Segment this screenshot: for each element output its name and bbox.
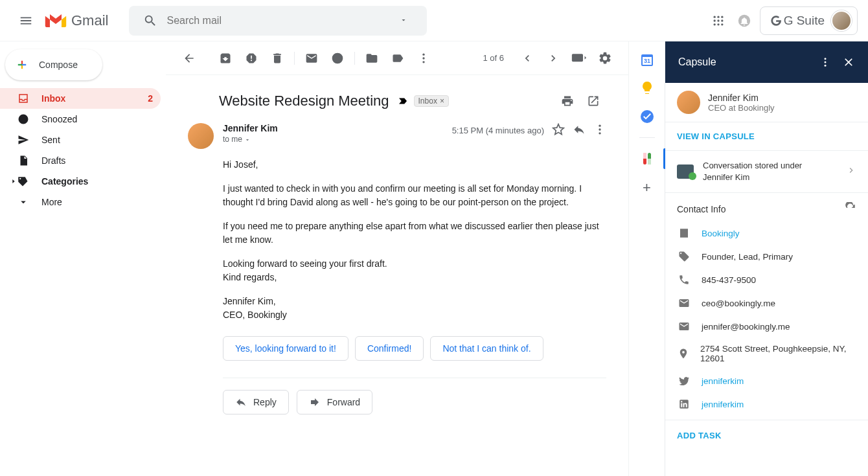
move-button[interactable] (359, 45, 385, 71)
delete-button[interactable] (264, 45, 290, 71)
panel-more-button[interactable] (814, 56, 837, 68)
app-header: Gmail G Suite (0, 0, 868, 41)
svg-point-2 (717, 16, 719, 17)
add-task-button[interactable]: ADD TASK (665, 420, 868, 451)
reply-icon (573, 123, 586, 136)
sender-name: Jennifer Kim (223, 123, 278, 133)
importance-marker-icon[interactable] (397, 95, 409, 107)
panel-contact-header: Jennifer Kim CEO at Bookingly (665, 83, 868, 122)
star-button[interactable] (552, 123, 565, 138)
compose-button[interactable]: Compose (5, 49, 102, 80)
forward-button[interactable]: Forward (297, 390, 372, 414)
svg-point-12 (422, 57, 424, 59)
addon-rail: 31 + (628, 41, 665, 476)
sender-avatar[interactable] (188, 123, 214, 149)
svg-point-6 (721, 19, 723, 21)
mail-view: 1 of 6 Website Redesign Meeting Inbox× (166, 41, 628, 476)
main-menu-button[interactable] (10, 5, 41, 36)
email2-row: jennifer@bookingly.me (665, 315, 868, 338)
panel-close-button[interactable] (837, 56, 860, 69)
smart-reply-2[interactable]: Confirmed! (355, 336, 424, 361)
reply-button[interactable]: Reply (223, 390, 289, 414)
categories-icon (9, 176, 30, 187)
snooze-button[interactable] (325, 45, 350, 71)
prev-button[interactable] (514, 45, 540, 71)
view-in-capsule-link[interactable]: VIEW IN CAPSULE (665, 122, 868, 151)
spam-button[interactable] (238, 45, 264, 71)
gear-icon (598, 51, 612, 65)
keep-addon-button[interactable] (639, 80, 655, 96)
sidebar-item-categories[interactable]: Categories (0, 171, 161, 192)
tags-row: Founder, Lead, Primary (665, 245, 868, 268)
gmail-logo[interactable]: Gmail (44, 12, 108, 30)
report-spam-icon (245, 52, 258, 65)
close-icon (842, 56, 855, 69)
mark-unread-button[interactable] (299, 45, 325, 71)
tag-icon (677, 251, 691, 262)
open-new-window-button[interactable] (580, 88, 606, 114)
print-button[interactable] (554, 88, 580, 114)
sidebar-item-drafts[interactable]: Drafts (0, 150, 161, 171)
sidebar-item-label: Inbox (41, 93, 65, 104)
sidebar-item-inbox[interactable]: Inbox 2 (0, 88, 161, 109)
user-avatar[interactable] (831, 10, 852, 31)
calendar-addon-button[interactable]: 31 (639, 52, 655, 67)
building-icon (677, 227, 691, 239)
inbox-icon (17, 93, 30, 104)
svg-rect-24 (643, 153, 646, 159)
contact-role: CEO at Bookingly (708, 103, 775, 113)
remove-label-button[interactable]: × (440, 96, 444, 106)
tasks-addon-button[interactable] (639, 109, 655, 124)
settings-button[interactable] (592, 45, 618, 71)
sidebar-item-label: More (41, 197, 62, 207)
more-actions-button[interactable] (411, 45, 437, 71)
label-button[interactable] (385, 45, 411, 71)
archive-button[interactable] (212, 45, 238, 71)
next-button[interactable] (540, 45, 566, 71)
sidebar-item-snoozed[interactable]: Snoozed (0, 109, 161, 130)
file-icon (17, 155, 30, 166)
inbox-label-chip[interactable]: Inbox× (414, 95, 449, 107)
svg-point-5 (717, 19, 719, 21)
gsuite-label: G Suite (784, 14, 825, 28)
back-button[interactable] (176, 45, 202, 71)
message-more-button[interactable] (593, 123, 606, 138)
input-tools-button[interactable] (566, 45, 592, 71)
search-options-button[interactable] (385, 10, 422, 32)
smart-reply-3[interactable]: Not that I can think of. (430, 336, 543, 361)
get-addons-button[interactable]: + (643, 179, 651, 196)
apps-button[interactable] (705, 8, 731, 34)
svg-point-16 (599, 128, 600, 130)
capsule-addon-button[interactable] (639, 151, 655, 166)
company-row[interactable]: Bookingly (665, 221, 868, 245)
conversation-stored-row[interactable]: Conversation stored underJennifer Kim (665, 151, 868, 193)
smart-reply-1[interactable]: Yes, looking forward to it! (223, 336, 348, 361)
recipient-line[interactable]: to me (223, 135, 278, 144)
reply-icon-button[interactable] (573, 123, 586, 138)
sidebar-item-more[interactable]: More (0, 192, 161, 212)
hamburger-icon (19, 14, 33, 28)
gsuite-button[interactable]: G Suite (760, 6, 858, 35)
apps-grid-icon (712, 14, 725, 27)
folder-move-icon (365, 52, 378, 65)
svg-point-7 (713, 23, 715, 25)
svg-point-4 (713, 19, 715, 21)
email-subject: Website Redesign Meeting (219, 93, 389, 109)
refresh-button[interactable] (845, 202, 856, 216)
notifications-button[interactable] (731, 8, 757, 34)
linkedin-row[interactable]: jenniferkim (665, 392, 868, 416)
snooze-icon (331, 52, 344, 65)
dropdown-icon (244, 137, 251, 143)
sidebar-item-label: Snoozed (41, 114, 77, 124)
search-input[interactable] (166, 15, 385, 27)
label-icon (391, 52, 404, 65)
archive-icon (219, 52, 232, 65)
twitter-row[interactable]: jenniferkim (665, 369, 868, 392)
twitter-icon (677, 375, 691, 387)
svg-point-26 (825, 58, 827, 60)
reply-icon (235, 396, 247, 408)
search-bar[interactable] (129, 6, 427, 36)
sidebar-item-label: Drafts (41, 155, 65, 166)
sidebar-item-sent[interactable]: Sent (0, 130, 161, 150)
panel-title: Capsule (678, 56, 814, 68)
